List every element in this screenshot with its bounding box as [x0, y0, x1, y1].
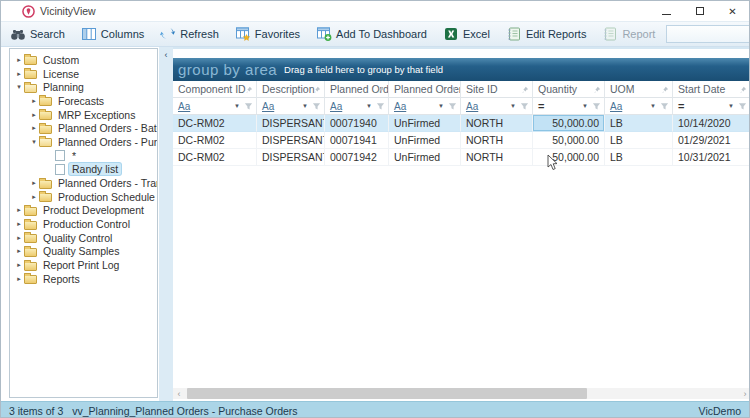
search-button[interactable]: Search	[3, 23, 72, 45]
close-button[interactable]: ✕	[716, 1, 749, 21]
cell-quantity[interactable]: 50,000.00	[533, 149, 605, 166]
cell-planned-order-st[interactable]: UnFirmed	[389, 132, 461, 149]
sidebar-item-quality-samples[interactable]: ▸Quality Samples	[10, 245, 157, 259]
table-row[interactable]: DC-RM02DISPERSANT00071940UnFirmedNORTH50…	[173, 115, 750, 132]
chevron-collapsed-icon[interactable]: ▸	[14, 275, 24, 283]
sidebar-item-reports[interactable]: ▸Reports	[10, 272, 157, 286]
column-header-site-id[interactable]: Site ID	[461, 81, 533, 98]
refresh-button[interactable]: Refresh	[153, 23, 226, 45]
funnel-filter-icon[interactable]	[738, 102, 747, 111]
table-row[interactable]: DC-RM02DISPERSANT00071941UnFirmedNORTH50…	[173, 132, 750, 149]
pin-icon[interactable]	[377, 86, 385, 94]
chevron-collapsed-icon[interactable]: ▸	[14, 234, 24, 242]
filter-dropdown-icon[interactable]: ▼	[510, 103, 516, 109]
cell-planned-order-st[interactable]: UnFirmed	[389, 115, 461, 132]
filter-dropdown-icon[interactable]: ▼	[728, 103, 734, 109]
sidebar-item-forecasts[interactable]: ▸Forecasts	[10, 94, 157, 108]
chevron-collapsed-icon[interactable]: ▸	[14, 70, 24, 78]
sidebar-item-production-schedule[interactable]: ▸Production Schedule	[10, 190, 157, 204]
horizontal-scrollbar[interactable]: ‹ ›	[173, 388, 750, 399]
funnel-filter-icon[interactable]	[376, 102, 385, 111]
chevron-collapsed-icon[interactable]: ▸	[29, 179, 39, 187]
excel-button[interactable]: Excel	[436, 23, 497, 45]
cell-start-date[interactable]: 01/29/2021	[673, 132, 750, 149]
filter-cell-planned-order-st[interactable]: Aa▼	[389, 98, 461, 115]
sidebar-item-planning[interactable]: ▾Planning	[10, 80, 157, 94]
column-header-planned-order-st[interactable]: Planned Order St	[389, 81, 461, 98]
funnel-filter-icon[interactable]	[244, 102, 253, 111]
funnel-filter-icon[interactable]	[660, 102, 669, 111]
add-to-dashboard-button[interactable]: Add To Dashboard	[309, 23, 434, 45]
sidebar-item-license[interactable]: ▸License	[10, 67, 157, 81]
chevron-collapsed-icon[interactable]: ▸	[14, 220, 24, 228]
scrollbar-thumb[interactable]	[187, 388, 587, 399]
column-header-planned-order-n[interactable]: Planned Order N	[325, 81, 389, 98]
cell-component-id[interactable]: DC-RM02	[173, 132, 257, 149]
pin-icon[interactable]	[521, 86, 529, 94]
funnel-filter-icon[interactable]	[592, 102, 601, 111]
sidebar-item-planned-orders-purchase-orders[interactable]: ▾Planned Orders - Purchase Orders	[10, 135, 157, 149]
filter-cell-uom[interactable]: Aa▼	[605, 98, 673, 115]
sidebar-item-planned-orders-transfers[interactable]: ▸Planned Orders - Transfers	[10, 176, 157, 190]
cell-planned-order-st[interactable]: UnFirmed	[389, 149, 461, 166]
cell-start-date[interactable]: 10/14/2020	[673, 115, 750, 132]
filter-cell-planned-order-n[interactable]: Aa▼	[325, 98, 389, 115]
sidebar-item-mrp-exceptions[interactable]: ▸MRP Exceptions	[10, 108, 157, 122]
funnel-filter-icon[interactable]	[312, 102, 321, 111]
cell-planned-order-n[interactable]: 00071942	[325, 149, 389, 166]
scroll-right-icon[interactable]: ›	[739, 389, 750, 399]
sidebar-item-custom[interactable]: ▸Custom	[10, 53, 157, 67]
sidebar-item-report-print-log[interactable]: ▸Report Print Log	[10, 258, 157, 272]
cell-quantity[interactable]: 50,000.00	[533, 132, 605, 149]
chevron-collapsed-icon[interactable]: ▸	[14, 206, 24, 214]
filter-dropdown-icon[interactable]: ▼	[650, 103, 656, 109]
cell-description[interactable]: DISPERSANT	[257, 115, 325, 132]
scrollbar-track[interactable]	[185, 388, 739, 399]
text-filter-icon[interactable]: Aa	[262, 101, 274, 112]
cell-site-id[interactable]: NORTH	[461, 115, 533, 132]
funnel-filter-icon[interactable]	[520, 102, 529, 111]
text-filter-icon[interactable]: Aa	[610, 101, 622, 112]
cell-uom[interactable]: LB	[605, 132, 673, 149]
filter-cell-site-id[interactable]: Aa▼	[461, 98, 533, 115]
cell-description[interactable]: DISPERSANT	[257, 149, 325, 166]
column-header-uom[interactable]: UOM	[605, 81, 673, 98]
cell-component-id[interactable]: DC-RM02	[173, 149, 257, 166]
columns-button[interactable]: Columns	[74, 23, 151, 45]
filter-cell-component-id[interactable]: Aa▼	[173, 98, 257, 115]
cell-component-id[interactable]: DC-RM02	[173, 115, 257, 132]
chevron-collapsed-icon[interactable]: ▸	[14, 261, 24, 269]
chevron-collapsed-icon[interactable]: ▸	[29, 193, 39, 201]
pin-icon[interactable]	[245, 86, 253, 94]
panel-splitter[interactable]: ‹	[159, 47, 173, 401]
table-row[interactable]: DC-RM02DISPERSANT00071942UnFirmedNORTH50…	[173, 149, 750, 166]
chevron-expanded-icon[interactable]: ▾	[14, 83, 24, 91]
filter-dropdown-icon[interactable]: ▼	[438, 103, 444, 109]
column-header-quantity[interactable]: Quantity	[533, 81, 605, 98]
edit-reports-button[interactable]: Edit Reports	[499, 23, 594, 45]
pin-icon[interactable]	[593, 86, 601, 94]
chevron-collapsed-icon[interactable]: ▸	[14, 56, 24, 64]
cell-site-id[interactable]: NORTH	[461, 132, 533, 149]
favorites-button[interactable]: Favorites	[228, 23, 307, 45]
equals-filter-icon[interactable]: =	[538, 100, 544, 112]
minimize-button[interactable]	[650, 1, 683, 21]
cell-quantity[interactable]: 50,000.00	[533, 115, 605, 132]
sidebar-item-item[interactable]: *	[10, 149, 157, 163]
pin-icon[interactable]	[313, 86, 321, 94]
text-filter-icon[interactable]: Aa	[394, 101, 406, 112]
sidebar-item-randy-list[interactable]: Randy list	[10, 163, 157, 177]
sidebar-item-product-development[interactable]: ▸Product Development	[10, 204, 157, 218]
filter-cell-description[interactable]: Aa▼	[257, 98, 325, 115]
text-filter-icon[interactable]: Aa	[330, 101, 342, 112]
text-filter-icon[interactable]: Aa	[466, 101, 478, 112]
filter-cell-start-date[interactable]: =▼	[673, 98, 750, 115]
cell-uom[interactable]: LB	[605, 115, 673, 132]
column-header-description[interactable]: Description	[257, 81, 325, 98]
funnel-filter-icon[interactable]	[448, 102, 457, 111]
collapse-panel-icon[interactable]: ‹	[160, 48, 172, 63]
cell-uom[interactable]: LB	[605, 149, 673, 166]
cell-description[interactable]: DISPERSANT	[257, 132, 325, 149]
text-filter-icon[interactable]: Aa	[178, 101, 190, 112]
chevron-collapsed-icon[interactable]: ▸	[29, 97, 39, 105]
